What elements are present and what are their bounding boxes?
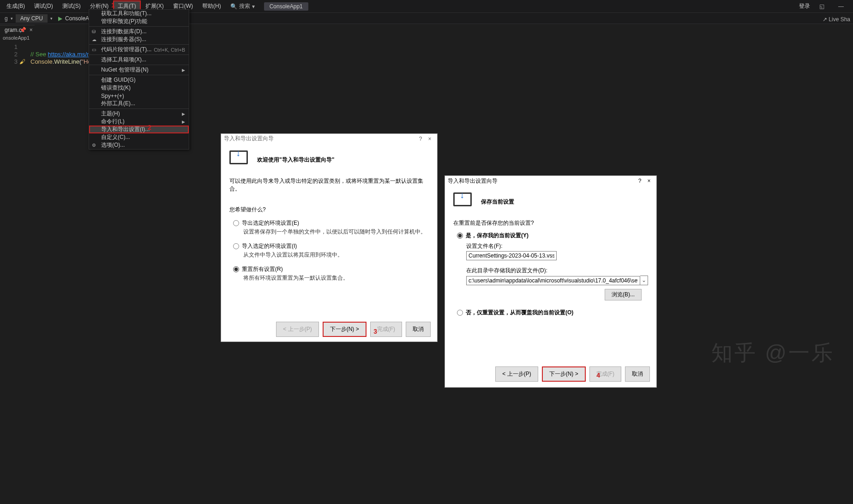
menu-item-label: 连接到服务器(S)...	[101, 36, 146, 43]
menu-item-label: 获取工具和功能(T)...	[101, 10, 151, 18]
annotation-1: 1	[111, 1, 115, 9]
option-import[interactable]: 导入选定的环境设置(I)	[233, 242, 429, 250]
next-button[interactable]: 下一步(N) >	[323, 322, 366, 337]
close-button[interactable]: ×	[425, 136, 434, 142]
file-tab[interactable]: gram.cs 📌 ×	[0, 25, 35, 35]
dialog-title: 导入和导出设置向导	[224, 135, 416, 143]
search-label[interactable]: 搜索	[239, 2, 250, 10]
menu-item[interactable]: 获取工具和功能(T)...	[89, 10, 189, 18]
annotation-2: 2	[148, 124, 151, 131]
tab-strip: gram.cs 📌 ×	[0, 24, 35, 35]
browse-button[interactable]: 浏览(B)...	[605, 289, 642, 300]
option-reset-desc: 将所有环境设置重置为某一默认设置集合。	[243, 274, 429, 282]
cancel-button[interactable]: 取消	[625, 366, 650, 382]
menu-item-icon: ▭	[92, 47, 96, 52]
close-button[interactable]: ×	[644, 178, 654, 184]
dropdown-icon[interactable]: ▾	[50, 16, 53, 21]
liveshare-icon: ↗	[823, 16, 827, 23]
help-button[interactable]: ?	[635, 178, 644, 184]
menu-item[interactable]: ☁连接到服务器(S)...	[89, 36, 189, 43]
menu-item[interactable]: 选择工具箱项(X)...	[89, 56, 189, 64]
save-prompt: 在重置前是否保存您的当前设置?	[453, 219, 648, 227]
combo-arrow-icon[interactable]: ⌄	[640, 276, 648, 285]
option-save-no[interactable]: 否，仅重置设置，从而覆盖我的当前设置(O)	[457, 309, 648, 317]
menu-test[interactable]: 测试(S)	[58, 0, 85, 12]
option-export[interactable]: 导出选定的环境设置(E)	[233, 219, 429, 227]
breadcrumb[interactable]: onsoleApp1	[0, 35, 30, 43]
close-icon[interactable]: ×	[30, 27, 33, 33]
account-icon[interactable]: ◱	[819, 3, 824, 10]
menu-item[interactable]: NuGet 包管理器(N)▶	[89, 66, 189, 74]
dialog-titlebar[interactable]: 导入和导出设置向导 ? ×	[445, 176, 656, 186]
finish-button[interactable]: 完成(F)	[589, 366, 621, 382]
menu-item-label: 连接到数据库(D)...	[101, 28, 147, 36]
wizard-icon: ↓	[453, 192, 474, 211]
menu-item-label: 自定义(C)...	[101, 133, 130, 141]
submenu-arrow-icon: ▶	[182, 68, 185, 72]
menu-item[interactable]: 主题(H)▶	[89, 110, 189, 118]
menu-item-label: 创建 GUID(G)	[101, 76, 136, 84]
option-import-desc: 从文件中导入设置以将其应用到环境中。	[243, 251, 429, 259]
app-name: ConsoleApp1	[264, 2, 308, 11]
menu-item-icon: ⚙	[92, 143, 96, 148]
dropdown-icon[interactable]: ▾	[11, 16, 13, 21]
dir-label: 在此目录中存储我的设置文件(D):	[466, 267, 648, 275]
dir-input[interactable]	[466, 276, 640, 285]
menu-item-icon: ☁	[92, 37, 96, 42]
liveshare-button[interactable]: ↗ Live Sha	[823, 16, 850, 23]
wizard-desc: 可以使用此向导来导入或导出特定的设置类别，或将环境重置为某一默认设置集合。	[229, 177, 429, 193]
filename-input[interactable]	[466, 251, 557, 260]
wizard-dialog-welcome: 导入和导出设置向导 ? × ↓ 欢迎使用"导入和导出设置向导" 可以使用此向导来…	[221, 133, 438, 342]
code-content[interactable]: // See https://aka.ms/n Console.WriteLin…	[30, 43, 94, 73]
search-icon[interactable]: 🔍	[230, 3, 237, 10]
option-reset[interactable]: 重置所有设置(R)	[233, 265, 429, 273]
pin-icon[interactable]: 📌	[19, 27, 26, 33]
prev-button[interactable]: < 上一步(P)	[495, 366, 538, 382]
option-save-yes[interactable]: 是，保存我的当前设置(Y)	[457, 232, 648, 240]
menu-item[interactable]: ⚙选项(O)...	[89, 141, 189, 149]
annotation-4: 4	[596, 372, 600, 379]
menu-item-label: 代码片段管理器(T)...	[101, 46, 151, 54]
cancel-button[interactable]: 取消	[406, 322, 431, 337]
menu-item[interactable]: Spy++(+)	[89, 92, 189, 100]
wizard-header: 保存当前设置	[481, 198, 514, 206]
minimize-button[interactable]: —	[838, 3, 844, 10]
menu-item-label: 选项(O)...	[101, 141, 125, 149]
menu-item[interactable]: ⛁连接到数据库(D)...	[89, 28, 189, 36]
menu-help[interactable]: 帮助(H)	[198, 0, 226, 12]
menu-item-label: 主题(H)	[101, 110, 120, 118]
wizard-icon: ↓	[229, 150, 250, 169]
wizard-prompt: 您希望做什么?	[229, 206, 429, 214]
lightbulb-icon[interactable]: 🖌	[19, 58, 25, 65]
help-button[interactable]: ?	[416, 136, 425, 142]
submenu-arrow-icon: ▶	[182, 120, 185, 124]
menu-item[interactable]: 导入和导出设置(I)...	[89, 126, 189, 133]
menu-item[interactable]: 命令行(L)▶	[89, 118, 189, 126]
toolbar-label: g	[5, 15, 8, 22]
annotation-3: 3	[373, 328, 377, 335]
dialog-titlebar[interactable]: 导入和导出设置向导 ? ×	[221, 134, 437, 144]
menu-item[interactable]: 错误查找(K)	[89, 84, 189, 92]
menu-build[interactable]: 生成(B)	[2, 0, 30, 12]
tools-dropdown: 获取工具和功能(T)...管理和预览(P)功能⛁连接到数据库(D)...☁连接到…	[89, 9, 189, 150]
menu-item[interactable]: 管理和预览(P)功能	[89, 18, 189, 25]
menu-item[interactable]: ▭代码片段管理器(T)...Ctrl+K, Ctrl+B	[89, 46, 189, 54]
next-button[interactable]: 下一步(N) >	[542, 366, 586, 382]
menu-item[interactable]: 自定义(C)...	[89, 133, 189, 141]
wizard-header: 欢迎使用"导入和导出设置向导"	[257, 156, 334, 164]
menu-item[interactable]: 创建 GUID(G)	[89, 76, 189, 84]
line-gutter: 1 2 3	[4, 43, 18, 66]
menu-item-label: 错误查找(K)	[101, 84, 131, 92]
menu-debug[interactable]: 调试(D)	[30, 0, 58, 12]
menu-item-label: 命令行(L)	[101, 118, 125, 126]
menu-item-label: 外部工具(E)...	[101, 100, 135, 108]
prev-button[interactable]: < 上一步(P)	[276, 322, 318, 337]
search-dropdown-icon[interactable]: ▾	[252, 3, 255, 10]
platform-selector[interactable]: Any CPU	[16, 14, 48, 23]
watermark: 知乎 @一乐	[711, 339, 835, 367]
login-button[interactable]: 登录	[799, 2, 810, 10]
run-icon[interactable]: ▶	[58, 15, 62, 22]
menu-item-label: NuGet 包管理器(N)	[101, 66, 149, 74]
menu-item[interactable]: 外部工具(E)...	[89, 100, 189, 108]
menu-item-label: 选择工具箱项(X)...	[101, 56, 146, 64]
